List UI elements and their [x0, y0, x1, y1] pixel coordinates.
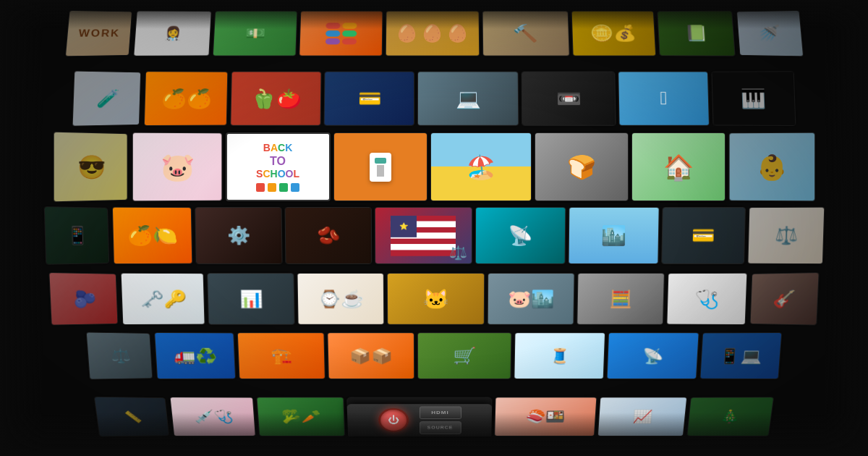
screen-tablet-chart[interactable]: 📊 — [207, 273, 295, 325]
tablet-icon: 📊 — [239, 289, 263, 309]
screen-grinder[interactable]: ⚙️ — [195, 207, 282, 264]
grinder-icon: ⚙️ — [226, 225, 250, 246]
hdmi-button[interactable]: HDMI — [419, 406, 461, 419]
baby-icon: 👶 — [757, 153, 787, 182]
screen-raspberries[interactable]: 🫐 — [48, 273, 118, 326]
screen-sunglasses[interactable]: 😎 — [53, 132, 127, 203]
router-icon: 📡 — [642, 347, 664, 365]
piggy-city-icon: 🐷🏙️ — [508, 289, 554, 309]
screen-lab[interactable]: 🧪 — [72, 71, 141, 127]
source-button[interactable]: SOURCE — [420, 421, 461, 433]
screen-vegetables[interactable]: 🫑🍅 — [230, 72, 321, 126]
screen-scale[interactable]: ⚖️ — [86, 332, 153, 380]
piano-icon: 🎹 — [741, 88, 767, 109]
forklift-icon: 🏗️ — [271, 347, 293, 365]
screen-coins[interactable]: 🪙💰 — [571, 11, 656, 56]
cart-icon: 🛒 — [453, 347, 476, 366]
seeds-icon: 🫘 — [316, 225, 339, 246]
screen-back-to-school[interactable]: BACK TO SCHOOL — [226, 132, 331, 201]
screen-book[interactable]: 📗 — [657, 11, 735, 56]
screen-piggy-bank[interactable]: 🐷 — [132, 132, 222, 202]
work-text: WORK — [78, 28, 121, 38]
screen-baby[interactable]: 👶 — [728, 132, 815, 202]
screen-law[interactable]: ⚖️ — [747, 207, 825, 264]
bread-icon: 🍞 — [567, 153, 596, 181]
screen-keys[interactable]: 🗝️🔑 — [121, 273, 205, 325]
lab-icon: 🧪 — [95, 88, 119, 109]
screen-beach[interactable]: 🏖️ — [430, 132, 532, 201]
money-icon: 💵 — [244, 25, 265, 41]
bts-back: BACK — [263, 142, 293, 154]
piggy-icon: 🐷 — [161, 151, 195, 183]
screen-calculator[interactable]: 🧮 — [576, 273, 665, 325]
laptop-icon: 💻 — [455, 88, 480, 109]
screen-fruits[interactable]: 🍊🍋 — [111, 207, 192, 264]
screen-wifi-tablet[interactable]: 📡 — [475, 207, 566, 264]
screen-trash-truck[interactable]: 🚛♻️ — [154, 333, 236, 380]
screen-money[interactable]: 💵 — [212, 11, 297, 56]
xmas-icon: 🎄 — [719, 409, 740, 424]
screen-bread[interactable]: 🍞 — [535, 132, 629, 201]
screen-smartwatch-coffee[interactable]: ⌚☕ — [297, 273, 384, 325]
sunglasses-icon: 😎 — [77, 153, 105, 181]
screen-iron[interactable]: 🫼 — [618, 72, 710, 126]
wifi-icon: 📡 — [507, 225, 532, 248]
screen-cat[interactable]: 🐱 — [387, 273, 485, 325]
screen-forklift[interactable]: 🏗️ — [237, 333, 326, 379]
screen-measurement[interactable]: 📏 — [94, 396, 169, 436]
screen-cassette[interactable]: 📼 — [522, 72, 616, 126]
screen-sushi[interactable]: 🍣🍱 — [494, 397, 597, 436]
screen-credit-card[interactable]: 💳 — [324, 72, 414, 126]
gavel-icon: 🔨 — [513, 23, 539, 43]
screen-sewing[interactable]: 🧵 — [514, 333, 605, 379]
screen-gavel[interactable]: 🔨 — [482, 11, 569, 56]
screen-pos[interactable]: 💳 — [661, 207, 746, 264]
screen-boxes[interactable]: 📦📦 — [327, 333, 414, 379]
chart-icon: 📈 — [631, 409, 652, 424]
ereader-icon: 📱 — [65, 225, 88, 246]
screen-row-7: 📏 💉🩺 🥦🥕 ⏻ — [12, 397, 856, 442]
screen-city[interactable]: 🏙️ — [568, 207, 659, 264]
screen-work[interactable]: WORK — [64, 10, 132, 56]
screen-doctor[interactable]: 👩‍⚕️ — [133, 11, 211, 56]
screen-laptop[interactable]: 💻 — [417, 72, 519, 126]
screen-eggs[interactable]: 🥚🥚🥚 — [385, 11, 479, 56]
screen-usa-flag[interactable]: ⭐ ⚖️ — [374, 207, 472, 264]
screen-shopping-cart[interactable]: 🛒 — [417, 333, 512, 379]
screen-controller-area: ⏻ HDMI SOURCE — [346, 397, 492, 436]
screen-house[interactable]: 🏠 — [631, 132, 726, 201]
vegs2-icon: 🥦🥕 — [281, 409, 321, 424]
screen-vegs2[interactable]: 🥦🥕 — [256, 397, 345, 436]
faucet-icon: 🚿 — [757, 24, 780, 43]
screen-faucet[interactable]: 🚿 — [736, 10, 804, 56]
bts-school: SCHOOL — [256, 168, 299, 180]
screen-row-1: WORK 👩‍⚕️ 💵 — [12, 11, 855, 59]
screen-blood-pressure[interactable]: 💉🩺 — [170, 397, 256, 436]
blood-icon: 💉🩺 — [193, 409, 234, 424]
iron-icon: 🫼 — [660, 88, 668, 109]
screen-oranges[interactable]: 🍊🍊 — [144, 72, 228, 127]
screen-ereader[interactable]: 📱 — [43, 206, 109, 265]
stethoscope-icon: 🩺 — [694, 288, 720, 310]
eggs-icon: 🥚🥚🥚 — [394, 23, 470, 43]
vegs-icon: 🫑🍅 — [250, 88, 301, 109]
screen-christmas[interactable]: 🎄 — [686, 397, 774, 436]
sushi-icon: 🍣🍱 — [525, 409, 565, 424]
screen-pills[interactable] — [299, 11, 383, 56]
measurement-icon: 📏 — [123, 410, 142, 423]
credit-icon: 💳 — [357, 88, 380, 109]
power-button[interactable]: ⏻ — [378, 408, 408, 431]
screen-piggy-city[interactable]: 🐷🏙️ — [488, 273, 575, 325]
screen-row-6: ⚖️ 🚛♻️ 🏗️ 📦📦 🛒 — [12, 333, 855, 382]
screen-seeds[interactable]: 🫘 — [284, 207, 372, 264]
screen-usb[interactable] — [333, 132, 427, 201]
screen-stethoscope[interactable]: 🩺 — [666, 273, 747, 325]
raspberries-icon: 🫐 — [72, 289, 95, 309]
coins-icon: 🪙💰 — [590, 24, 637, 43]
scale-icon: ⚖️ — [110, 348, 130, 364]
screen-piano[interactable]: 🎹 — [711, 72, 796, 127]
screen-chart[interactable]: 📈 — [597, 397, 687, 436]
screen-router[interactable]: 📡 — [607, 333, 699, 379]
screen-guitar[interactable]: 🎸 — [750, 273, 820, 326]
screen-phone[interactable]: 📱💻 — [699, 333, 782, 380]
